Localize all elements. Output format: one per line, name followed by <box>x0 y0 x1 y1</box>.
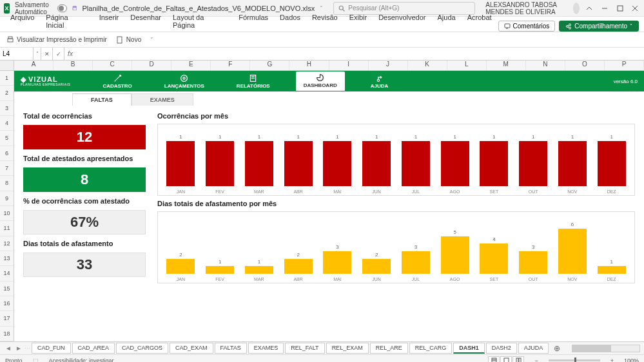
row-header[interactable]: 13 <box>0 251 14 266</box>
ribbon-tab-exibir[interactable]: Exibir <box>344 11 373 32</box>
column-header[interactable]: M <box>487 61 526 70</box>
nav-cadastro[interactable]: CADASTRO <box>96 73 138 90</box>
ribbon-tab-dados[interactable]: Dados <box>275 11 306 32</box>
row-header[interactable]: 5 <box>0 131 14 146</box>
row-header[interactable]: 14 <box>0 266 14 281</box>
formula-input[interactable] <box>76 48 644 60</box>
row-header[interactable]: 11 <box>0 221 14 236</box>
confirm-fx-icon[interactable]: ✓ <box>53 48 64 60</box>
namebox-dropdown-icon[interactable]: ˅ <box>34 48 41 60</box>
sheet-tab-cad_area[interactable]: CAD_AREA <box>72 343 115 354</box>
avatar[interactable] <box>573 3 580 14</box>
sheet-tab-rel_falt[interactable]: REL_FALT <box>285 343 324 354</box>
sheet-tab-dash1[interactable]: DASH1 <box>453 343 485 354</box>
column-header[interactable]: I <box>329 61 369 70</box>
column-header[interactable]: D <box>132 61 171 70</box>
new-button[interactable]: Novo <box>116 36 141 44</box>
row-header[interactable]: 8 <box>0 176 14 191</box>
print-preview-button[interactable]: Visualizar Impressão e Imprimir <box>6 36 107 44</box>
column-header[interactable]: O <box>565 61 605 70</box>
column-header[interactable]: B <box>54 61 93 70</box>
maximize-button[interactable] <box>615 2 625 15</box>
zoom-slider[interactable] <box>549 359 600 361</box>
ribbon-tab-ajuda[interactable]: Ajuda <box>433 11 461 32</box>
ribbon-tab-layout-da-página[interactable]: Layout da Página <box>168 11 232 32</box>
row-header[interactable]: 17 <box>0 311 14 326</box>
subtab-faltas[interactable]: FALTAS <box>72 93 132 106</box>
sheet-nav-prev-icon[interactable]: ◄ <box>4 345 13 352</box>
ribbon-options-icon[interactable] <box>585 2 595 15</box>
row-header[interactable]: 9 <box>0 191 14 206</box>
fx-icon[interactable]: fx <box>64 50 76 57</box>
column-header[interactable]: J <box>369 61 408 70</box>
row-header[interactable]: 18 <box>0 327 14 341</box>
zoom-in-button[interactable]: + <box>610 357 614 363</box>
view-normal-button[interactable] <box>488 356 500 363</box>
row-header[interactable]: 7 <box>0 161 14 176</box>
cancel-fx-icon[interactable]: ✕ <box>41 48 53 60</box>
row-header[interactable]: 1 <box>0 71 14 86</box>
row-header[interactable]: 3 <box>0 101 14 116</box>
column-header[interactable]: P <box>605 61 644 70</box>
sheet-tab-ajuda[interactable]: AJUDA <box>518 343 549 354</box>
sheet-tab-cad_fun[interactable]: CAD_FUN <box>32 343 71 354</box>
column-header[interactable]: H <box>289 61 329 70</box>
comments-button[interactable]: Comentários <box>498 21 556 32</box>
subtab-exames[interactable]: EXAMES <box>132 93 193 106</box>
close-button[interactable] <box>630 2 640 15</box>
ribbon-tab-acrobat[interactable]: Acrobat <box>462 11 497 32</box>
sheet-tab-rel_exam[interactable]: REL_EXAM <box>326 343 369 354</box>
sheet-tab-exames[interactable]: EXAMES <box>248 343 284 354</box>
row-header[interactable]: 10 <box>0 206 14 221</box>
app-nav-bar: ◈ VIZUAL PLANILHAS EMPRESARIAIS CADASTRO… <box>14 71 644 91</box>
name-box[interactable]: L4 <box>0 48 34 60</box>
ribbon-tab-fórmulas[interactable]: Fórmulas <box>233 11 273 32</box>
column-header[interactable]: F <box>211 61 250 70</box>
view-pagebreak-button[interactable] <box>512 356 524 363</box>
column-header[interactable]: C <box>93 61 132 70</box>
column-header[interactable]: E <box>171 61 211 70</box>
sheet-tab-dash2[interactable]: DASH2 <box>486 343 517 354</box>
column-header[interactable]: G <box>250 61 289 70</box>
row-header[interactable]: 16 <box>0 296 14 311</box>
ribbon-tab-desenhar[interactable]: Desenhar <box>125 11 166 32</box>
column-header[interactable]: K <box>408 61 447 70</box>
view-pagelayout-button[interactable] <box>500 356 512 363</box>
horizontal-scrollbar[interactable] <box>572 345 640 352</box>
sheet-tab-rel_are[interactable]: REL_ARE <box>370 343 408 354</box>
nav-dashboard[interactable]: DASHBOARD <box>296 71 345 91</box>
status-accessibility: Acessibilidade: investigar <box>49 357 114 363</box>
ribbon-tab-arquivo[interactable]: Arquivo <box>5 11 39 32</box>
row-header[interactable]: 15 <box>0 281 14 296</box>
sheet-tab-cad_cargos[interactable]: CAD_CARGOS <box>116 343 168 354</box>
nav-relatórios[interactable]: RELATÓRIOS <box>230 73 277 90</box>
row-header[interactable]: 2 <box>0 86 14 100</box>
select-all-corner[interactable] <box>0 61 14 70</box>
ribbon-tab-inserir[interactable]: Inserir <box>94 11 124 32</box>
ribbon-tab-página-inicial[interactable]: Página Inicial <box>41 11 92 32</box>
svg-point-2 <box>340 6 344 10</box>
nav-lançamentos[interactable]: LANÇAMENTOS <box>158 73 211 90</box>
add-sheet-button[interactable]: ⊕ <box>550 344 564 353</box>
row-header[interactable]: 12 <box>0 236 14 251</box>
filename-dropdown-icon[interactable]: ˅ <box>320 5 323 12</box>
qa-overflow-icon[interactable]: ˅ <box>150 37 153 43</box>
sheet-nav-next-icon[interactable]: ► <box>14 345 23 352</box>
svg-line-13 <box>568 26 569 28</box>
metric-atestados-title: Total de atestados apresentados <box>23 155 146 162</box>
sheet-tab-cad_exam[interactable]: CAD_EXAM <box>170 343 213 354</box>
nav-ajuda[interactable]: AJUDA <box>364 73 395 90</box>
column-header[interactable]: N <box>526 61 565 70</box>
row-header[interactable]: 6 <box>0 146 14 161</box>
column-header[interactable]: L <box>447 61 487 70</box>
sheet-tab-rel_carg[interactable]: REL_CARG <box>409 343 453 354</box>
sheet-tab-faltas[interactable]: FALTAS <box>215 343 247 354</box>
autosave-toggle[interactable] <box>57 5 66 12</box>
row-header[interactable]: 4 <box>0 116 14 131</box>
ribbon-tab-desenvolvedor[interactable]: Desenvolvedor <box>373 11 431 32</box>
share-button[interactable]: Compartilhamento ˅ <box>559 21 639 32</box>
column-header[interactable]: A <box>14 61 54 70</box>
minimize-button[interactable] <box>600 2 610 15</box>
zoom-out-button[interactable]: − <box>534 357 538 363</box>
ribbon-tab-revisão[interactable]: Revisão <box>307 11 343 32</box>
